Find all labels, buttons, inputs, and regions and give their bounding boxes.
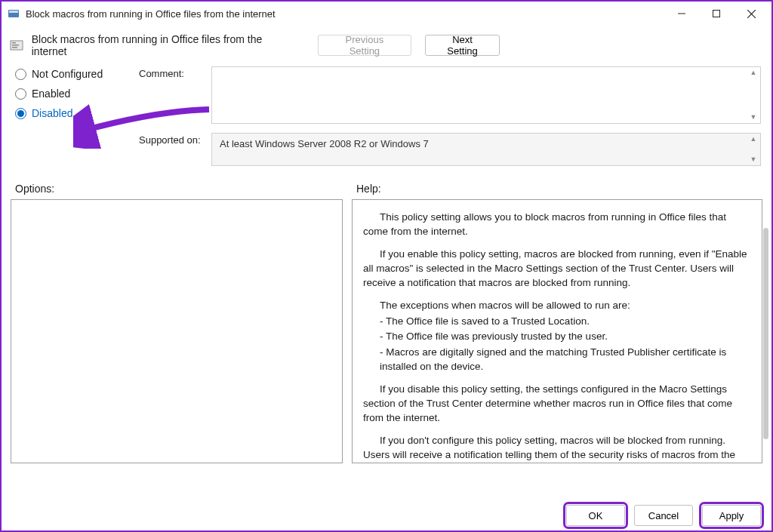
help-pane[interactable]: This policy setting allows you to block … [352, 199, 762, 463]
apply-button[interactable]: Apply [702, 505, 761, 526]
chevron-up-icon[interactable]: ▲ [748, 69, 759, 77]
radio-label: Not Configured [32, 68, 103, 80]
comment-label: Comment: [139, 66, 207, 79]
next-setting-button[interactable]: Next Setting [425, 35, 500, 56]
comment-field[interactable]: ▲ ▼ [211, 66, 761, 124]
supported-label: Supported on: [139, 133, 207, 146]
radio-disabled[interactable]: Disabled [15, 107, 128, 119]
svg-rect-9 [12, 47, 17, 48]
close-button[interactable] [734, 2, 768, 25]
help-text: If you enable this policy setting, macro… [363, 248, 751, 290]
options-pane [11, 199, 343, 463]
svg-rect-1 [9, 11, 18, 13]
options-label: Options: [15, 183, 356, 195]
dialog-footer: OK Cancel Apply [566, 505, 761, 526]
radio-label: Disabled [32, 107, 72, 119]
help-text: - The Office file is saved to a Trusted … [363, 315, 751, 329]
window-title: Block macros from running in Office file… [26, 8, 664, 20]
chevron-down-icon[interactable]: ▼ [748, 113, 759, 121]
app-icon [8, 8, 20, 20]
policy-title: Block macros from running in Office file… [32, 33, 297, 57]
svg-rect-7 [12, 42, 16, 44]
policy-header: Block macros from running in Office file… [2, 26, 771, 63]
maximize-button[interactable] [699, 2, 734, 25]
svg-rect-3 [713, 11, 720, 17]
ok-button[interactable]: OK [566, 505, 625, 526]
titlebar: Block macros from running in Office file… [2, 2, 771, 26]
help-text: If you disable this policy setting, the … [363, 383, 751, 425]
radio-enabled[interactable]: Enabled [15, 88, 128, 100]
chevron-down-icon[interactable]: ▼ [748, 155, 759, 164]
radio-label: Enabled [32, 88, 70, 100]
minimize-button[interactable] [664, 2, 699, 25]
state-radio-group: Not Configured Enabled Disabled [15, 66, 128, 166]
help-text: - Macros are digitally signed and the ma… [363, 346, 751, 374]
svg-rect-8 [12, 45, 19, 46]
policy-icon [9, 38, 24, 53]
cancel-button[interactable]: Cancel [634, 505, 693, 526]
scrollbar-thumb[interactable] [763, 228, 768, 439]
help-text: The exceptions when macros will be allow… [363, 299, 751, 313]
help-text: - The Office file was previously trusted… [363, 330, 751, 344]
help-text: This policy setting allows you to block … [363, 211, 751, 238]
help-text: If you don't configure this policy setti… [363, 434, 751, 463]
previous-setting-button[interactable]: Previous Setting [318, 35, 411, 56]
help-label: Help: [356, 183, 381, 195]
supported-field: At least Windows Server 2008 R2 or Windo… [211, 133, 761, 166]
chevron-up-icon[interactable]: ▲ [748, 135, 759, 143]
radio-not-configured[interactable]: Not Configured [15, 68, 128, 80]
